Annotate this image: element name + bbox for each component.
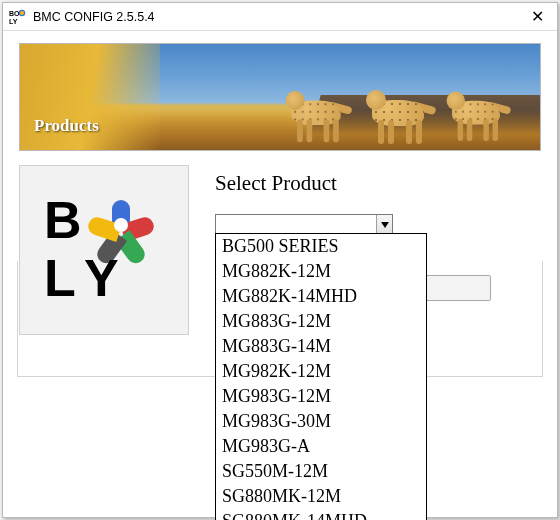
right-pane: Select Product BG500 SERIESMG882K-12MMG8… [215,165,541,236]
content-area: Products B L Y Select Product [3,31,557,347]
banner-cheetah-icon [364,72,432,144]
titlebar: BOLY BMC CONFIG 2.5.5.4 ✕ [3,3,557,31]
close-button[interactable]: ✕ [517,3,557,31]
product-option[interactable]: MG883G-14M [216,334,426,359]
window-title: BMC CONFIG 2.5.5.4 [33,10,517,24]
product-option[interactable]: MG983G-12M [216,384,426,409]
shutter-icon [92,196,150,254]
banner-cheetah-icon [284,74,349,142]
product-option[interactable]: MG983G-30M [216,409,426,434]
mid-row: B L Y Select Product [19,165,541,335]
svg-text:BO: BO [9,10,20,17]
select-product-label: Select Product [215,171,541,196]
product-option[interactable]: SG550M-12M [216,459,426,484]
logo-letter: L [44,252,76,304]
app-icon: BOLY [9,8,27,26]
svg-text:LY: LY [9,18,18,25]
product-option[interactable]: MG982K-12M [216,359,426,384]
banner-title: Products [34,116,99,136]
logo-letter: Y [84,252,119,304]
banner: Products [19,43,541,151]
svg-marker-5 [381,222,389,228]
product-dropdown-list[interactable]: BG500 SERIESMG882K-12MMG882K-14MHDMG883G… [215,233,427,520]
chevron-down-icon[interactable] [376,215,392,235]
product-option[interactable]: MG882K-14MHD [216,284,426,309]
app-window: BOLY BMC CONFIG 2.5.5.4 ✕ Products B [2,2,558,518]
product-option[interactable]: BG500 SERIES [216,234,426,259]
logo-letter: B [44,194,82,246]
product-option[interactable]: SG880MK-14MHD [216,509,426,520]
product-option[interactable]: MG983G-A [216,434,426,459]
product-option[interactable]: SG880MK-12M [216,484,426,509]
logo-frame: B L Y [19,165,189,335]
product-option[interactable]: MG883G-12M [216,309,426,334]
boly-logo-icon: B L Y [44,190,164,310]
banner-cheetah-icon [445,75,508,141]
product-option[interactable]: MG882K-12M [216,259,426,284]
svg-point-4 [20,10,24,14]
